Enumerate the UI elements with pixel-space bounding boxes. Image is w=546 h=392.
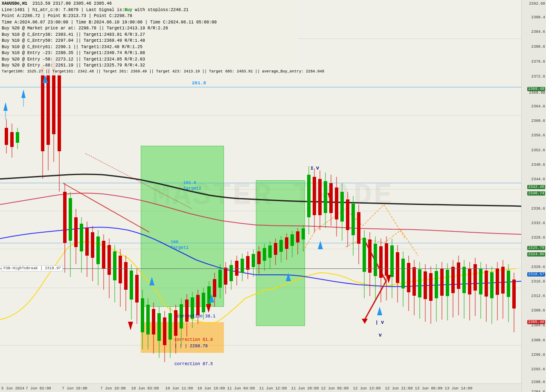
svg-rect-98: [279, 240, 283, 252]
info-line-8: Buy %10 @ Entry -23: 2280.35 || Target1:…: [2, 50, 297, 57]
svg-rect-118: [335, 187, 338, 219]
price-level-2352.6: 2352.6: [531, 148, 545, 153]
svg-rect-10: [16, 132, 19, 143]
svg-rect-142: [401, 259, 405, 288]
svg-rect-42: [124, 262, 128, 290]
info-line-10: Buy %20 @ Entry -88: 2261.19 || Target1:…: [2, 63, 297, 69]
svg-rect-136: [385, 243, 388, 276]
price-level-2324.05: 2324.05: [527, 252, 545, 257]
svg-text:| | | 2298.78: | | | 2298.78: [174, 344, 208, 349]
svg-text:correction 38.1: correction 38.1: [177, 314, 215, 319]
svg-rect-120: [340, 192, 344, 222]
svg-text:Target1: Target1: [171, 245, 189, 250]
time-label: 7 Jun 18:00: [100, 386, 125, 391]
price-level-2312.6: 2312.6: [531, 294, 545, 298]
time-label: 12 Jun 21:00: [385, 386, 413, 391]
svg-rect-84: [241, 259, 244, 273]
svg-line-210: [85, 153, 192, 209]
svg-rect-154: [435, 271, 438, 298]
svg-rect-8: [10, 132, 14, 147]
svg-rect-132: [374, 244, 377, 276]
svg-rect-40: [119, 256, 122, 283]
time-label: 7 Jun 02:00: [26, 386, 51, 391]
price-level-2372.6: 2372.6: [531, 75, 545, 79]
svg-marker-194: [206, 304, 211, 313]
svg-rect-6: [5, 128, 8, 145]
info-line-11: Target100: 1525.27 || Target161: 2342.48…: [2, 69, 297, 75]
svg-rect-24: [74, 217, 78, 247]
fsb-line: [0, 268, 497, 269]
svg-rect-30: [91, 232, 94, 258]
svg-rect-100: [285, 237, 288, 249]
price-level-2325.79: 2325.79: [527, 246, 545, 250]
svg-rect-164: [462, 267, 466, 293]
svg-rect-92: [263, 248, 266, 261]
svg-rect-34: [102, 241, 105, 268]
price-level-2300.6: 2300.6: [531, 338, 545, 343]
fsb-label: FSB-HighToBreak | 2318.97: [2, 265, 63, 271]
svg-rect-140: [396, 252, 399, 283]
info-line-6: Buy %10 @ C_Entry50: 2297.04 || Target1:…: [2, 38, 297, 44]
price-level-2328.6: 2328.6: [531, 236, 545, 240]
svg-rect-88: [252, 254, 255, 267]
price-level-2296.6: 2296.6: [531, 353, 545, 357]
time-label: 10 Jun 11:00: [166, 386, 193, 391]
svg-rect-32: [96, 236, 100, 264]
svg-rect-22: [69, 198, 72, 241]
info-line-2: Point A:2286.72 | Point B:2313.73 | Poin…: [2, 13, 297, 20]
svg-text:V: V: [379, 333, 382, 338]
svg-rect-76: [218, 270, 222, 288]
chart-title: XAUUSDe,H1 2313.59 2317.00 2305.46 2305.…: [2, 1, 297, 7]
time-label: 12 Jun 13:00: [353, 386, 381, 391]
price-level-2340.74: 2340.74: [527, 191, 545, 196]
svg-rect-78: [224, 268, 227, 285]
svg-rect-126: [357, 212, 360, 244]
info-line-1: Line:1481 | h1_atr_c:0: 7.8679 | Last Si…: [2, 7, 297, 14]
svg-rect-20: [63, 192, 67, 243]
svg-rect-138: [390, 245, 394, 277]
svg-marker-193: [128, 322, 133, 330]
svg-marker-185: [3, 102, 8, 111]
svg-rect-36: [107, 245, 111, 275]
svg-marker-188: [149, 277, 154, 285]
svg-rect-102: [290, 234, 294, 246]
svg-rect-18: [58, 70, 61, 151]
svg-text:100: 100: [171, 240, 178, 245]
svg-rect-110: [313, 177, 316, 215]
svg-rect-172: [485, 271, 488, 297]
svg-rect-174: [490, 272, 494, 298]
svg-text:161.8: 161.8: [183, 181, 196, 185]
svg-rect-12: [41, 66, 44, 151]
svg-rect-166: [468, 268, 471, 294]
price-level-2336.6: 2336.6: [531, 207, 545, 211]
svg-rect-156: [440, 269, 444, 296]
svg-rect-144: [407, 263, 410, 292]
svg-rect-54: [157, 313, 161, 341]
svg-rect-148: [418, 269, 421, 297]
price-level-2392.60: 2392.60: [529, 2, 545, 6]
svg-rect-108: [307, 175, 311, 217]
price-level-2368.60: 2368.60: [529, 91, 545, 95]
time-label: 13 Jun 14:00: [445, 386, 473, 391]
info-panel: XAUUSDe,H1 2313.59 2317.00 2305.46 2305.…: [0, 0, 299, 75]
price-level-2288.6: 2288.6: [531, 380, 545, 384]
price-level-2342.46: 2342.46: [527, 185, 545, 189]
svg-rect-104: [296, 231, 299, 242]
svg-rect-14: [46, 68, 50, 145]
price-level-2384.6: 2384.6: [531, 30, 545, 34]
price-level-2364.6: 2364.6: [531, 104, 545, 109]
svg-rect-128: [363, 238, 366, 272]
svg-rect-46: [135, 275, 139, 303]
price-level-2332.6: 2332.6: [531, 221, 545, 225]
svg-marker-196: [386, 275, 391, 283]
price-level-2388.4: 2388.4: [531, 15, 545, 20]
svg-rect-122: [346, 199, 349, 230]
svg-marker-4: [362, 319, 368, 324]
price-level-2348.6: 2348.6: [531, 163, 545, 167]
svg-rect-124: [351, 204, 355, 235]
price-level-2318.57: 2318.57: [527, 272, 545, 277]
info-line-5: Buy %10 @ C_Entry38: 2303.41 || Target1:…: [2, 32, 297, 38]
svg-rect-170: [479, 268, 482, 294]
price-level-2376.6: 2376.6: [531, 60, 545, 64]
info-line-3: Time A:2024.06.07 23:00:00 | Time B:2024…: [2, 20, 297, 26]
